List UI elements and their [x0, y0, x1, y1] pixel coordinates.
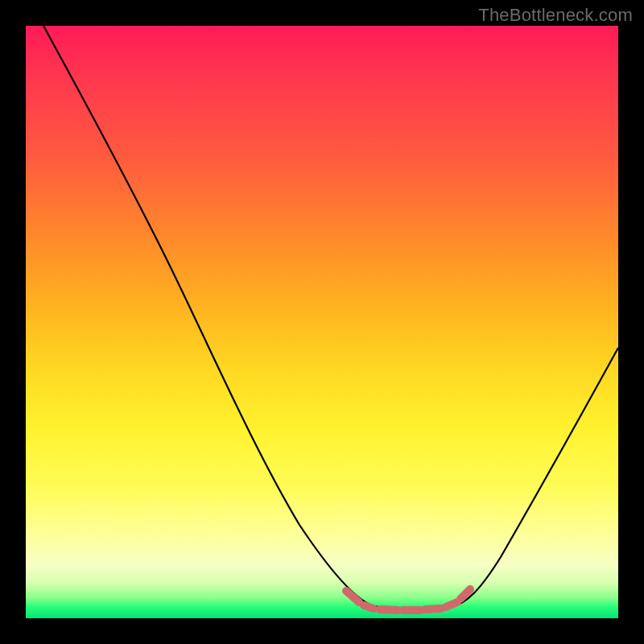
- svg-line-1: [364, 605, 374, 609]
- bottleneck-curve: [43, 26, 618, 609]
- highlight-markers: [346, 589, 470, 610]
- svg-line-0: [346, 591, 359, 602]
- plot-area: [26, 26, 618, 618]
- watermark-text: TheBottleneck.com: [478, 5, 633, 26]
- chart-svg: [26, 26, 618, 618]
- svg-line-4: [425, 609, 441, 609]
- svg-line-2: [380, 609, 398, 610]
- chart-frame: TheBottleneck.com: [0, 0, 644, 644]
- svg-line-5: [446, 602, 457, 607]
